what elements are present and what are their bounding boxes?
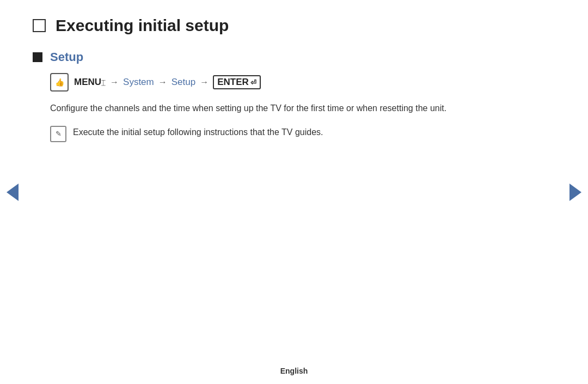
nav-right-arrow[interactable] — [569, 184, 581, 201]
nav-left-arrow[interactable] — [7, 184, 19, 201]
page-title-row: Executing initial setup — [33, 16, 490, 35]
note-text: Execute the initial setup following inst… — [73, 125, 323, 139]
system-link: System — [123, 77, 154, 88]
arrow-2: → — [158, 77, 167, 87]
menu-path-row: 👍 MENU⌶ → System → Setup → ENTER⏎ — [50, 73, 490, 92]
note-row: ✎ Execute the initial setup following in… — [50, 125, 490, 142]
setup-link: Setup — [171, 77, 195, 88]
enter-box: ENTER⏎ — [213, 75, 261, 89]
enter-label: ENTER — [217, 77, 249, 88]
section-header: Setup — [33, 50, 490, 64]
checkbox-icon — [33, 19, 46, 32]
footer-language: English — [280, 367, 308, 375]
description-text: Configure the channels and the time when… — [50, 101, 490, 115]
page-title: Executing initial setup — [56, 16, 229, 35]
arrow-3: → — [200, 77, 209, 87]
arrow-1: → — [110, 77, 119, 87]
note-icon: ✎ — [50, 126, 66, 142]
enter-key-icon: ⏎ — [250, 78, 256, 87]
section-title: Setup — [50, 50, 83, 64]
menu-label: MENU⌶ — [74, 77, 106, 88]
menu-remote-icon: 👍 — [50, 73, 69, 92]
section-square-icon — [33, 52, 42, 62]
main-content: Executing initial setup Setup 👍 MENU⌶ → … — [0, 0, 534, 153]
